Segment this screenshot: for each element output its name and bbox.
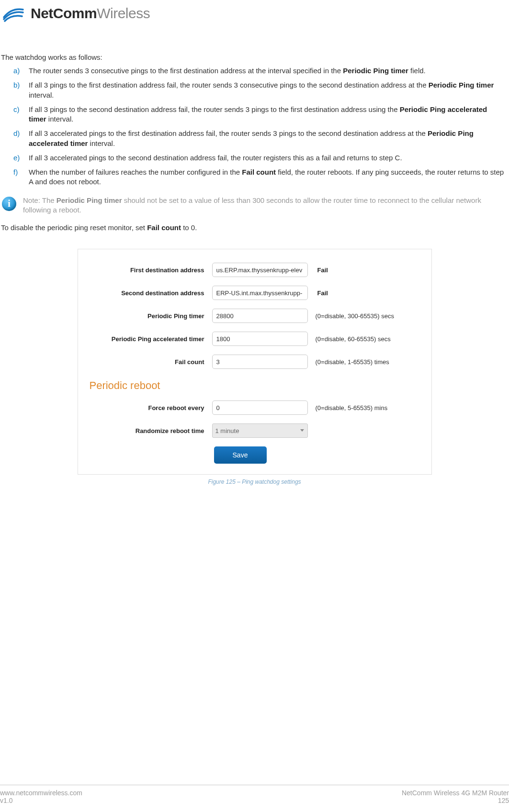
list-marker: c) bbox=[13, 105, 20, 114]
footer-version: v1.0 bbox=[0, 797, 82, 804]
accel-timer-hint: (0=disable, 60-65535) secs bbox=[316, 335, 391, 343]
ping-timer-hint: (0=disable, 300-65535) secs bbox=[316, 312, 394, 320]
note-text: Note: The Periodic Ping timer should not… bbox=[23, 196, 509, 215]
figure-wrap: First destination address Fail Second de… bbox=[78, 249, 432, 485]
fail-count-hint: (0=disable, 1-65535) times bbox=[316, 358, 389, 366]
ping-timer-label: Periodic Ping timer bbox=[88, 312, 212, 320]
second-dest-row: Second destination address Fail bbox=[88, 286, 422, 300]
brand-light: Wireless bbox=[97, 5, 150, 21]
randomize-select-wrap bbox=[212, 423, 308, 438]
first-dest-status: Fail bbox=[317, 267, 328, 274]
brand-name: NetCommWireless bbox=[31, 5, 150, 22]
brand-bold: NetComm bbox=[31, 5, 97, 21]
brand-logo-row: NetCommWireless bbox=[0, 0, 509, 27]
list-marker: d) bbox=[13, 129, 20, 138]
first-dest-label: First destination address bbox=[88, 267, 212, 274]
ping-timer-row: Periodic Ping timer (0=disable, 300-6553… bbox=[88, 309, 422, 323]
info-icon: i bbox=[2, 197, 16, 211]
watchdog-steps-list: a)The router sends 3 consecutive pings t… bbox=[0, 66, 509, 187]
force-reboot-row: Force reboot every (0=disable, 5-65535) … bbox=[88, 400, 422, 415]
force-reboot-hint: (0=disable, 5-65535) mins bbox=[316, 404, 388, 412]
save-button[interactable]: Save bbox=[214, 446, 267, 464]
list-marker: b) bbox=[13, 80, 20, 90]
accel-timer-label: Periodic Ping accelerated timer bbox=[88, 335, 212, 343]
randomize-row: Randomize reboot time bbox=[88, 423, 422, 438]
footer-url: www.netcommwireless.com bbox=[0, 789, 82, 797]
note-row: i Note: The Periodic Ping timer should n… bbox=[2, 196, 509, 215]
accel-timer-input[interactable] bbox=[212, 332, 308, 346]
force-reboot-label: Force reboot every bbox=[88, 404, 212, 412]
force-reboot-input[interactable] bbox=[212, 400, 308, 415]
accel-timer-row: Periodic Ping accelerated timer (0=disab… bbox=[88, 332, 422, 346]
list-marker: e) bbox=[13, 153, 20, 163]
fail-count-label: Fail count bbox=[88, 358, 212, 366]
list-item: f)When the number of failures reaches th… bbox=[29, 167, 509, 187]
randomize-label: Randomize reboot time bbox=[88, 427, 212, 434]
ping-timer-input[interactable] bbox=[212, 309, 308, 323]
fail-count-row: Fail count (0=disable, 1-65535) times bbox=[88, 355, 422, 369]
list-marker: a) bbox=[13, 66, 20, 76]
footer-page: 125 bbox=[402, 797, 509, 804]
list-item: e)If all 3 accelerated pings to the seco… bbox=[29, 153, 509, 163]
periodic-reboot-title: Periodic reboot bbox=[90, 379, 422, 392]
second-dest-input[interactable] bbox=[212, 286, 308, 300]
footer-right: NetComm Wireless 4G M2M Router 125 bbox=[402, 789, 509, 804]
footer-left: www.netcommwireless.com v1.0 bbox=[0, 789, 82, 804]
brand-swoosh-icon bbox=[3, 5, 24, 22]
first-dest-input[interactable] bbox=[212, 263, 308, 277]
second-dest-label: Second destination address bbox=[88, 289, 212, 297]
settings-panel: First destination address Fail Second de… bbox=[78, 249, 432, 475]
first-dest-row: First destination address Fail bbox=[88, 263, 422, 277]
list-item: c)If all 3 pings to the second destinati… bbox=[29, 105, 509, 124]
list-marker: f) bbox=[13, 167, 18, 177]
randomize-select[interactable] bbox=[212, 423, 308, 438]
second-dest-status: Fail bbox=[317, 289, 328, 297]
page-footer: www.netcommwireless.com v1.0 NetComm Wir… bbox=[0, 785, 509, 804]
list-item: b)If all 3 pings to the first destinatio… bbox=[29, 80, 509, 100]
intro-text: The watchdog works as follows: bbox=[1, 53, 509, 61]
fail-count-input[interactable] bbox=[212, 355, 308, 369]
list-item: d)If all 3 accelerated pings to the firs… bbox=[29, 129, 509, 148]
list-item: a)The router sends 3 consecutive pings t… bbox=[29, 66, 509, 76]
disable-instruction: To disable the periodic ping reset monit… bbox=[1, 223, 509, 232]
figure-caption: Figure 125 – Ping watchdog settings bbox=[78, 478, 432, 485]
footer-product: NetComm Wireless 4G M2M Router bbox=[402, 789, 509, 797]
